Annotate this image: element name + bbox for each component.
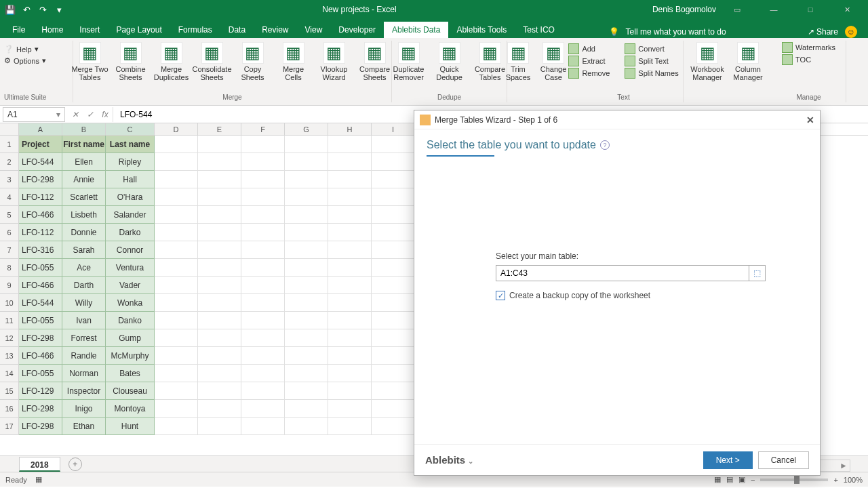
row-head[interactable]: 11 xyxy=(0,312,19,329)
cell[interactable] xyxy=(372,224,415,241)
close-button[interactable]: ✕ xyxy=(831,0,863,19)
cell[interactable] xyxy=(198,382,241,400)
cell[interactable] xyxy=(155,171,198,188)
row-head[interactable]: 5 xyxy=(0,206,19,224)
cell[interactable]: McMurphy xyxy=(106,347,155,365)
cell[interactable] xyxy=(155,153,198,171)
cell[interactable] xyxy=(372,329,415,347)
cell[interactable] xyxy=(241,206,285,224)
cell[interactable]: Ventura xyxy=(106,259,155,277)
cell[interactable] xyxy=(198,400,241,418)
cell[interactable] xyxy=(198,418,241,435)
cell[interactable] xyxy=(328,382,372,400)
cell[interactable] xyxy=(155,347,198,365)
cell[interactable] xyxy=(285,347,328,365)
cell[interactable] xyxy=(241,259,285,277)
cell[interactable] xyxy=(328,312,372,329)
cell[interactable] xyxy=(241,312,285,329)
cell[interactable] xyxy=(285,136,328,153)
menu-tab-view[interactable]: View xyxy=(297,22,331,38)
cell[interactable]: Wonka xyxy=(106,294,155,312)
cell[interactable]: Scarlett xyxy=(62,188,106,206)
cell[interactable] xyxy=(328,241,372,259)
cell[interactable]: Gump xyxy=(106,329,155,347)
row-head[interactable]: 2 xyxy=(0,153,19,171)
cell[interactable] xyxy=(285,206,328,224)
cell[interactable]: Danko xyxy=(106,312,155,329)
menu-tab-test-ico[interactable]: Test ICO xyxy=(515,22,563,38)
cell[interactable] xyxy=(155,382,198,400)
cell[interactable] xyxy=(155,277,198,294)
zoom-in-button[interactable]: + xyxy=(833,476,837,484)
customize-icon[interactable]: ▾ xyxy=(52,2,66,17)
tell-me-icon[interactable]: 💡 xyxy=(609,27,619,37)
row-head[interactable]: 9 xyxy=(0,277,19,294)
cell[interactable]: Forrest xyxy=(62,329,106,347)
ribbon-options-icon[interactable]: ▭ xyxy=(722,0,753,19)
zoom-out-button[interactable]: − xyxy=(751,476,755,484)
cell[interactable] xyxy=(285,294,328,312)
cell[interactable] xyxy=(155,136,198,153)
cell[interactable] xyxy=(372,294,415,312)
cell[interactable] xyxy=(328,277,372,294)
menu-tab-data[interactable]: Data xyxy=(220,22,254,38)
cell[interactable]: LFO-544 xyxy=(19,153,62,171)
cell[interactable] xyxy=(198,312,241,329)
cell[interactable] xyxy=(198,294,241,312)
cell[interactable] xyxy=(285,382,328,400)
save-icon[interactable]: 💾 xyxy=(3,2,18,17)
cell[interactable]: Montoya xyxy=(106,400,155,418)
add-sheet-button[interactable]: + xyxy=(68,458,82,471)
feedback-icon[interactable]: ☺ xyxy=(845,26,857,38)
cell[interactable]: Ace xyxy=(62,259,106,277)
next-button[interactable]: Next > xyxy=(703,451,753,469)
cell[interactable] xyxy=(285,153,328,171)
cell[interactable] xyxy=(198,188,241,206)
col-head-A[interactable]: A xyxy=(19,123,62,135)
split-names-button[interactable]: Split Names xyxy=(625,68,678,79)
convert-button[interactable]: Convert xyxy=(625,43,678,54)
split-text-button[interactable]: Split Text xyxy=(625,56,678,66)
view-normal-icon[interactable]: ▦ xyxy=(714,475,721,484)
cell[interactable] xyxy=(285,277,328,294)
col-head-B[interactable]: B xyxy=(62,123,106,135)
cell[interactable]: First name xyxy=(62,136,106,153)
cell[interactable] xyxy=(241,188,285,206)
cell[interactable]: LFO-466 xyxy=(19,206,62,224)
cell[interactable]: Ethan xyxy=(62,418,106,435)
row-head[interactable]: 8 xyxy=(0,259,19,277)
cell[interactable] xyxy=(155,241,198,259)
cell[interactable] xyxy=(241,418,285,435)
watermarks-button[interactable]: Watermarks xyxy=(782,42,835,53)
col-head-C[interactable]: C xyxy=(106,123,155,135)
cell[interactable]: Norman xyxy=(62,365,106,382)
menu-tab-review[interactable]: Review xyxy=(254,22,296,38)
cell[interactable]: LFO-298 xyxy=(19,171,62,188)
extract-button[interactable]: Extract xyxy=(568,56,610,66)
workbook-manager-button[interactable]: ▦Workbook Manager xyxy=(688,42,726,102)
row-head[interactable]: 1 xyxy=(0,136,19,153)
cell[interactable] xyxy=(328,347,372,365)
cell[interactable]: LFO-298 xyxy=(19,329,62,347)
cell[interactable] xyxy=(241,382,285,400)
menu-tab-file[interactable]: File xyxy=(4,22,33,38)
cell[interactable]: LFO-298 xyxy=(19,418,62,435)
cell[interactable] xyxy=(155,294,198,312)
tell-me-input[interactable]: Tell me what you want to do xyxy=(626,27,726,37)
cell[interactable] xyxy=(372,136,415,153)
row-head[interactable]: 14 xyxy=(0,365,19,382)
cell[interactable]: Last name xyxy=(106,136,155,153)
cell[interactable] xyxy=(372,188,415,206)
cell[interactable] xyxy=(285,241,328,259)
cell[interactable]: LFO-055 xyxy=(19,312,62,329)
row-head[interactable]: 17 xyxy=(0,418,19,435)
cell[interactable]: Hall xyxy=(106,171,155,188)
cell[interactable] xyxy=(198,277,241,294)
cell[interactable]: LFO-112 xyxy=(19,188,62,206)
cell[interactable]: Inspector xyxy=(62,382,106,400)
cell[interactable]: Hunt xyxy=(106,418,155,435)
remove-button[interactable]: Remove xyxy=(568,68,610,79)
cell[interactable] xyxy=(372,418,415,435)
brand-label[interactable]: Ablebits ⌄ xyxy=(425,454,473,466)
cell[interactable]: Darko xyxy=(106,224,155,241)
